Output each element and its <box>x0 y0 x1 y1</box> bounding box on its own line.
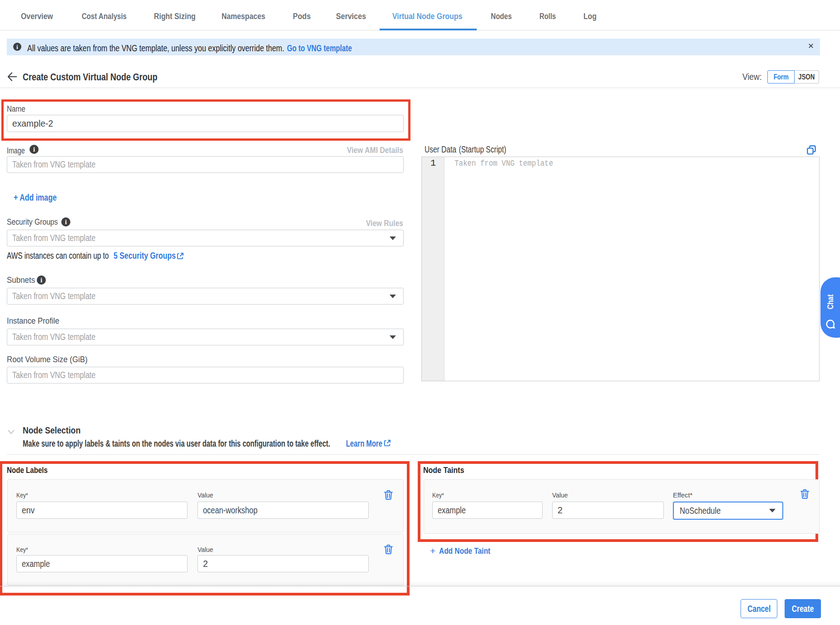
svg-text:i: i <box>33 146 35 153</box>
svg-text:i: i <box>40 276 42 284</box>
svg-text:i: i <box>65 218 67 226</box>
svg-text:i: i <box>16 44 18 50</box>
